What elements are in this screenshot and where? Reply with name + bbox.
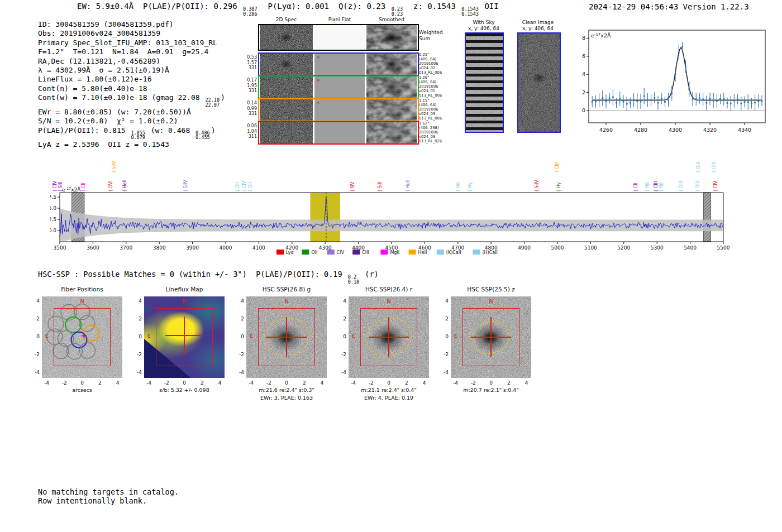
panel-caption: EWr: 4. PLAE: 0.19 xyxy=(327,395,450,401)
text-segment: LineFlux = 1.80(±0.12)e-16 xyxy=(38,75,152,83)
y-tick-label: -2 xyxy=(334,352,346,357)
x-tick-label: -2 xyxy=(162,380,171,386)
with-sky-cutout xyxy=(465,32,504,133)
emission-line-label: ( OVI xyxy=(108,180,113,191)
info-line: ID: 3004581359 (3004581359.pdf) xyxy=(38,20,225,29)
stacked-fraction: 22.1022.07 xyxy=(205,98,220,108)
x-tick-label: 0 xyxy=(282,380,291,386)
info-line: λ = 4302.99Å σ = 2.51(±0.19)Å xyxy=(38,66,225,75)
noise-image xyxy=(260,76,313,98)
x-tick-label: 3800 xyxy=(153,245,166,251)
hsc-ssp-matches-line: HSC-SSP : Possible Matches = 0 (within +… xyxy=(38,270,379,285)
y-tick-label: 4 xyxy=(232,298,244,304)
y-tick-label: 0 xyxy=(27,334,40,339)
legend-item: MgII xyxy=(380,250,399,255)
x-tick-label: 3900 xyxy=(186,245,199,251)
y-tick-label: 2 xyxy=(582,89,585,95)
panel-image-map: NE xyxy=(144,296,225,378)
pixel-flat-image xyxy=(314,122,365,143)
svg-text:CIV: CIV xyxy=(337,250,345,255)
noise-image xyxy=(260,122,313,143)
extent-box xyxy=(462,308,519,366)
emission-line-label: ( SiII xyxy=(378,181,383,191)
blob xyxy=(382,57,401,71)
fraction-lo: 0.23 xyxy=(392,12,403,17)
text-segment: OII xyxy=(480,2,499,11)
x-tick-label: 0 xyxy=(180,380,189,386)
info-line: Cont(n) = 5.80(±0.40)e-18 xyxy=(38,84,225,93)
clean-image-title: Clean Imagex, y: 406, 64 xyxy=(512,20,564,32)
info-line: S/N = 10.2(±0.8) χ² = 1.0(±0.2) xyxy=(38,117,225,126)
x-tick-label: -4 xyxy=(144,380,153,386)
panel-image-fiber: NE xyxy=(42,296,122,378)
weighted-sum-label: WeightedSum xyxy=(419,30,445,42)
x-tick-label: -2 xyxy=(264,380,273,386)
emission-line-label: ( Hδ xyxy=(456,182,461,191)
cutout-row-info: 1.62"(406, 238)20191006v024_03013_RL_026 xyxy=(419,122,445,144)
flux-units-annotation: e-17x2Å xyxy=(591,32,611,39)
cutout-row-weights: 0.171.95331 xyxy=(239,78,257,94)
cutout-row-info: 1.26"(406, 64)20191006v024_01013_RL_006 xyxy=(419,76,445,98)
emission-line-label: ( CIII xyxy=(654,181,659,191)
emission-line-label: ( Hβ xyxy=(645,182,650,191)
panel-title-2: Lineflux Map xyxy=(144,286,225,293)
svg-text:Lyα: Lyα xyxy=(286,250,294,255)
x-tick-label: 5400 xyxy=(684,245,697,251)
col-header-pixelflat: Pixel Flat xyxy=(314,17,365,22)
noise-image xyxy=(260,25,313,50)
stacked-fraction: 0.15430.1543 xyxy=(461,7,479,17)
y-tick-label: 2 xyxy=(436,316,449,322)
text-segment: λ = 4302.99Å σ = 2.51(±0.19)Å xyxy=(38,66,169,74)
y-tick-label: 8 xyxy=(582,35,585,41)
fraction-lo: 0.679 xyxy=(131,135,145,140)
text-segment: Cont(w) = 7.10(±0.10)e-18 (gmag 22.08 xyxy=(38,93,204,102)
footer-line: Row intentionally blank. xyxy=(38,497,179,506)
panel-image-img: NE xyxy=(246,296,327,378)
emission-line-label: ( HeII xyxy=(122,180,127,191)
flux-units-annotation: e-17x2Å xyxy=(62,186,81,193)
info-line: Obs: 20191006v024_3004581359 xyxy=(38,29,225,38)
x-tick-label: 4 xyxy=(522,380,531,386)
info-line: Cont(w) = 7.10(±0.10)e-18 (gmag 22.08 22… xyxy=(38,93,225,108)
elixer-report-page: { "header": { "segments": [ {"t":"EW: 5.… xyxy=(0,0,782,532)
stacked-fraction: 0.230.23 xyxy=(392,7,403,17)
cutout-row-weights: 0.140.99331 xyxy=(239,100,257,117)
svg-text:CIII: CIII xyxy=(362,250,369,255)
y-tick-label: 0 xyxy=(130,334,142,339)
clean-image-cutout xyxy=(517,32,561,133)
emission-line-label: ( OIII xyxy=(695,181,700,191)
info-line: LineFlux = 1.80(±0.12)e-16 xyxy=(38,75,225,84)
emission-line-label: ( OII xyxy=(235,182,240,191)
emission-line-label: ( OII xyxy=(248,182,253,191)
x-tick-label: -4 xyxy=(246,380,255,386)
blob xyxy=(280,33,292,42)
x-tick-label: 2 xyxy=(300,380,309,386)
extent-box xyxy=(360,308,417,366)
svg-text:HeII: HeII xyxy=(418,250,427,255)
noise-image xyxy=(366,25,417,50)
x-tick-label: 4280 xyxy=(634,127,647,133)
x-tick-label: 5100 xyxy=(584,245,597,251)
pixel-flat-image: ✳ xyxy=(314,76,365,98)
x-tick-label: 4 xyxy=(420,380,429,386)
noise-image xyxy=(260,54,313,75)
extent-box xyxy=(258,308,315,366)
y-tick-label: -4 xyxy=(232,370,244,375)
y-tick-label: 0 xyxy=(232,334,244,339)
fraction-lo: 0.455 xyxy=(196,135,210,140)
compass-north: N xyxy=(42,298,122,304)
emission-line-label: ( CIV xyxy=(713,180,718,191)
stacked-fraction: 0.4860.455 xyxy=(196,131,210,141)
noise-image xyxy=(260,99,313,121)
compass-east: E xyxy=(45,333,49,339)
text-segment: Obs: 20191006v024_3004581359 xyxy=(38,29,160,37)
x-tick-label: 4 xyxy=(216,380,225,386)
emission-line-label: ( Hγ xyxy=(556,182,561,191)
cutout-row-info: 1.15"(406, 64)20191006v024_03013_RL_006 xyxy=(419,99,445,121)
text-segment: F=1.2" T=0.121 N=1.84 A=0.91 g=25.4 xyxy=(38,47,208,56)
flat-red-marker: ✳ xyxy=(317,78,320,83)
x-tick-label: -4 xyxy=(451,380,460,386)
x-tick-label: 4900 xyxy=(518,245,531,251)
emission-line-label: ( NV xyxy=(350,181,355,191)
error-envelope xyxy=(60,208,723,241)
